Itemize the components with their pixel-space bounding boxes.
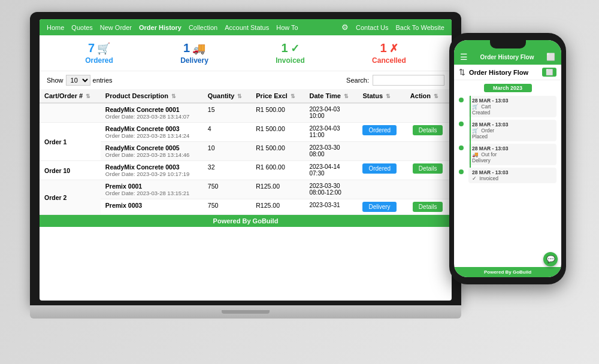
product-cell: Premix 0003	[101, 199, 203, 215]
nav-new-order[interactable]: New Order	[100, 24, 132, 31]
stat-cancelled-label: Cancelled	[372, 56, 406, 65]
price-cell: R1 500.00	[251, 142, 304, 161]
timeline-line	[470, 144, 471, 168]
price-cell: R125.00	[251, 180, 304, 199]
price-cell: R1 500.00	[251, 103, 304, 123]
stat-ordered-label: Ordered	[85, 56, 113, 65]
timeline-item: 28 MAR - 13:03 ✓ Invoiced	[459, 168, 556, 183]
table-row: Order 1 ReadyMix Concrete 0003 Order Dat…	[40, 123, 452, 142]
per-page-select[interactable]: 10 25 50	[66, 75, 90, 86]
th-action[interactable]: Action ⇅	[406, 89, 452, 103]
th-quantity[interactable]: Quantity ⇅	[203, 89, 251, 103]
stat-ordered-number: 7	[88, 41, 95, 55]
nav-how-to[interactable]: How To	[276, 24, 298, 31]
price-cell: R1 500.00	[251, 123, 304, 142]
x-icon: ✗	[389, 42, 398, 55]
nav-collection[interactable]: Collection	[189, 24, 217, 31]
th-cart-order[interactable]: Cart/Order # ⇅	[40, 89, 101, 103]
table-row: Order 2 Premix 0001 Order Date: 2023-03-…	[40, 180, 452, 199]
th-datetime[interactable]: Date Time ⇅	[304, 89, 358, 103]
th-price[interactable]: Price Excl ⇅	[251, 89, 304, 103]
th-status[interactable]: Status ⇅	[358, 89, 405, 103]
ordered-button[interactable]: Ordered	[362, 163, 397, 174]
stat-invoiced[interactable]: 1 ✓ Invoiced	[276, 41, 305, 65]
nav-contact[interactable]: Contact Us	[356, 24, 388, 31]
stat-delivery[interactable]: 1 🚚 Delivery	[180, 41, 208, 65]
stat-invoiced-label: Invoiced	[276, 56, 305, 65]
details-button[interactable]: Details	[413, 163, 443, 174]
stat-delivery-number: 1	[183, 41, 190, 55]
action-cell: Details	[406, 161, 452, 180]
timeline-desc: ✓ Invoiced	[472, 175, 553, 181]
timeline-time: 28 MAR - 13:03	[472, 145, 553, 151]
phone-notch	[490, 40, 526, 48]
phone-header-action-icon[interactable]: ⬜	[542, 68, 556, 77]
phone-header-row: ⇅ Order History Flow ⬜	[454, 65, 561, 80]
action-cell: Details	[406, 123, 452, 142]
laptop-base	[30, 305, 461, 318]
product-cell: ReadyMix Concrete 0003 Order Date: 2023-…	[101, 123, 203, 142]
stat-delivery-top: 1 🚚	[183, 41, 205, 55]
phone: ☰ Order History Flow ⬜ ⇅ Order History F…	[449, 33, 566, 284]
stat-delivery-label: Delivery	[180, 56, 208, 65]
phone-timeline: 28 MAR - 13:03 🛒 CartCreated 28 MAR - 13…	[459, 96, 556, 183]
stats-row: 7 🛒 Ordered 1 🚚 Delivery	[40, 35, 452, 71]
timeline-month: March 2023	[484, 84, 532, 92]
timeline-time: 28 MAR - 13:03	[472, 98, 553, 104]
order-label	[40, 103, 101, 123]
th-product[interactable]: Product Description ⇅	[101, 89, 203, 103]
search-input[interactable]	[373, 75, 444, 86]
stat-cancelled[interactable]: 1 ✗ Cancelled	[372, 41, 406, 65]
quantity-cell: 10	[203, 142, 251, 161]
nav-left: Home Quotes New Order Order History Coll…	[47, 24, 298, 31]
order-label: Order 1	[40, 123, 101, 161]
nav-account-status[interactable]: Account Status	[225, 24, 269, 31]
timeline-line	[470, 120, 471, 144]
stat-ordered[interactable]: 7 🛒 Ordered	[85, 41, 113, 65]
nav-back-website[interactable]: Back To Website	[395, 24, 444, 31]
order-date: Order Date: 2023-03-28 13:15:21	[105, 190, 198, 196]
status-cell	[358, 103, 405, 123]
table-row: Premix 0003 750R125.002023-03-31Delivery…	[40, 199, 452, 215]
table-header-row: Cart/Order # ⇅ Product Description ⇅ Qua…	[40, 89, 452, 103]
datetime-cell: 2023-03-30 08:00	[304, 142, 358, 161]
stat-invoiced-number: 1	[281, 41, 288, 55]
timeline-dot	[459, 98, 464, 102]
phone-title: Order History Flow	[480, 54, 534, 60]
product-name: Premix 0003	[105, 202, 198, 209]
details-button[interactable]: Details	[413, 125, 443, 135]
order-date: Order Date: 2023-03-28 13:14:46	[105, 151, 198, 158]
nav-right: ⚙ Contact Us Back To Website	[341, 23, 444, 32]
table-row: Order 10 ReadyMix Concrete 0003 Order Da…	[40, 161, 452, 180]
action-cell	[406, 142, 452, 161]
phone-nav-icon[interactable]: ⬜	[546, 53, 555, 61]
datetime-cell: 2023-04-03 10:00	[304, 103, 358, 123]
phone-chat-button[interactable]: 💬	[543, 252, 558, 266]
nav-order-history[interactable]: Order History	[139, 24, 181, 31]
datetime-cell: 2023-04-14 07:30	[304, 161, 358, 180]
search-label: Search:	[346, 77, 369, 84]
nav-quotes[interactable]: Quotes	[71, 24, 92, 31]
status-cell	[358, 180, 405, 199]
product-cell: ReadyMix Concrete 0005 Order Date: 2023-…	[101, 142, 203, 161]
timeline-icon: ✓	[472, 175, 477, 181]
ordered-button[interactable]: Ordered	[362, 125, 397, 135]
order-date: Order Date: 2023-03-29 10:17:19	[105, 171, 198, 177]
nav-home[interactable]: Home	[47, 24, 64, 31]
stat-invoiced-top: 1 ✓	[281, 41, 299, 55]
timeline-card: 28 MAR - 13:03 🛒 OrderPlaced	[468, 120, 556, 141]
delivery-button[interactable]: Delivery	[362, 202, 396, 212]
details-button[interactable]: Details	[413, 202, 443, 212]
laptop: Home Quotes New Order Order History Coll…	[30, 12, 461, 335]
timeline-card: 28 MAR - 13:03 ✓ Invoiced	[468, 168, 556, 183]
show-label: Show	[47, 77, 63, 84]
order-table: Cart/Order # ⇅ Product Description ⇅ Qua…	[40, 89, 452, 215]
order-date: Order Date: 2023-03-28 13:14:07	[105, 113, 198, 120]
quantity-cell: 32	[203, 161, 251, 180]
timeline-dot	[459, 145, 464, 150]
phone-sort-icon[interactable]: ⇅	[459, 68, 465, 77]
product-cell: ReadyMix Concrete 0003 Order Date: 2023-…	[101, 161, 203, 180]
phone-header-title: Order History Flow	[469, 69, 539, 76]
product-cell: ReadyMix Concrete 0001 Order Date: 2023-…	[101, 103, 203, 123]
hamburger-icon[interactable]: ☰	[460, 52, 468, 62]
